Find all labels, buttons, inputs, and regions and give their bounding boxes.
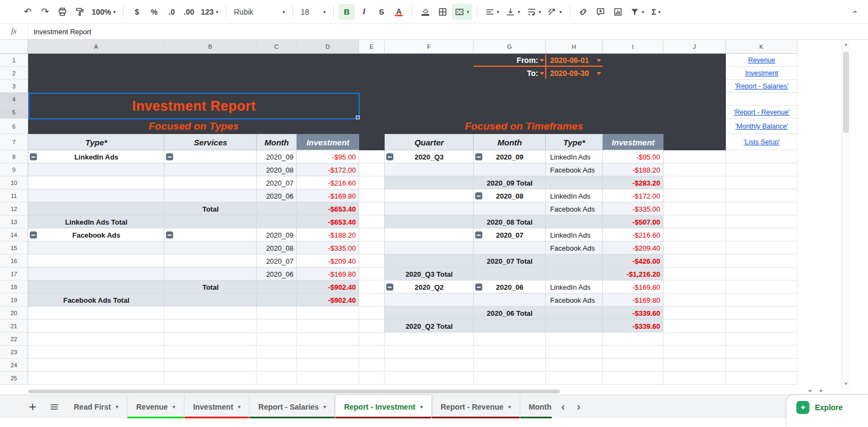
left-table-cell-r8c0[interactable]: LinkedIn Ads bbox=[28, 150, 164, 163]
left-table-cell-r13c3[interactable]: -$653.40 bbox=[297, 215, 359, 228]
sheet-link-cell-lists-setup[interactable]: 'Lists Setup' bbox=[726, 134, 797, 150]
left-table-cell-r18c1[interactable]: Total bbox=[164, 281, 257, 294]
row-header-13[interactable]: 13 bbox=[0, 215, 28, 228]
left-table-cell-r15c2[interactable]: 2020_08 bbox=[257, 241, 297, 254]
row-header-23[interactable]: 23 bbox=[0, 346, 28, 359]
borders-button[interactable] bbox=[435, 4, 451, 20]
add-sheet-button[interactable]: + bbox=[22, 395, 43, 418]
collapse-group-button[interactable] bbox=[30, 154, 37, 161]
left-header-services[interactable]: Services bbox=[164, 134, 257, 150]
select-all-corner[interactable] bbox=[0, 40, 28, 54]
undo-button[interactable]: ↶ bbox=[20, 4, 36, 20]
column-header-G[interactable]: G bbox=[474, 40, 546, 54]
from-value-cell[interactable]: 2020-06-01 bbox=[546, 54, 603, 67]
row-header-1[interactable]: 1 bbox=[0, 54, 28, 67]
left-section-heading[interactable]: Focused on Types bbox=[28, 119, 359, 134]
right-table-cell-r18c2[interactable]: LinkedIn Ads bbox=[546, 281, 603, 294]
sheet-tab-report-salaries[interactable]: Report - Salaries▾ bbox=[250, 395, 335, 418]
paint-format-button[interactable] bbox=[72, 4, 88, 20]
left-table-cell-r11c3[interactable]: -$169.80 bbox=[297, 189, 359, 202]
column-header-I[interactable]: I bbox=[603, 40, 663, 54]
tab-menu-caret-icon[interactable]: ▾ bbox=[420, 404, 423, 410]
from-label-cell[interactable]: From: bbox=[474, 54, 546, 67]
left-table-cell-r19c0[interactable]: Facebook Ads Total bbox=[28, 294, 164, 307]
horizontal-scrollbar[interactable]: ◂ ▸ bbox=[0, 388, 841, 394]
right-table-cell-r16c3[interactable]: -$426.00 bbox=[603, 254, 663, 267]
column-header-B[interactable]: B bbox=[164, 40, 257, 54]
column-header-F[interactable]: F bbox=[385, 40, 474, 54]
right-table-cell-r8c2[interactable]: LinkedIn Ads bbox=[546, 150, 603, 163]
zoom-select[interactable]: 100% ▾ bbox=[89, 4, 118, 20]
row-header-20[interactable]: 20 bbox=[0, 307, 28, 320]
right-header-quarter[interactable]: Quarter bbox=[385, 134, 474, 150]
insert-chart-button[interactable] bbox=[610, 4, 626, 20]
sheet-link[interactable]: 'Lists Setup' bbox=[744, 138, 780, 146]
left-table-cell-r10c2[interactable]: 2020_07 bbox=[257, 176, 297, 189]
right-table-cell-r8c1[interactable]: 2020_09 bbox=[474, 150, 546, 163]
sheet-tab-report-investment[interactable]: Report - Investment▾ bbox=[335, 395, 432, 418]
collapse-group-button[interactable] bbox=[475, 154, 482, 161]
right-table-cell-r21c3[interactable]: -$339.60 bbox=[603, 320, 663, 333]
left-table-cell-r8c2[interactable]: 2020_09 bbox=[257, 150, 297, 163]
right-table-cell-r11c3[interactable]: -$172.00 bbox=[603, 189, 663, 202]
left-table-cell-r15c3[interactable]: -$335.00 bbox=[297, 241, 359, 254]
vertical-align-button[interactable]: ▾ bbox=[503, 4, 523, 20]
sheet-link[interactable]: 'Monthly Balance' bbox=[735, 123, 788, 130]
row-header-2[interactable]: 2 bbox=[0, 67, 28, 80]
left-table-cell-r18c3[interactable]: -$902.40 bbox=[297, 281, 359, 294]
right-table-cell-r9c3[interactable]: -$188.20 bbox=[603, 163, 663, 176]
sheet-tab-read-first[interactable]: Read First▾ bbox=[65, 395, 127, 418]
formula-input[interactable]: Investment Report bbox=[28, 24, 91, 39]
row-header-11[interactable]: 11 bbox=[0, 189, 28, 202]
right-table-cell-r10c3[interactable]: -$283.20 bbox=[603, 176, 663, 189]
left-table-cell-r14c3[interactable]: -$188.20 bbox=[297, 228, 359, 241]
increase-decimal-button[interactable]: .00 bbox=[181, 4, 197, 20]
format-percent-button[interactable]: % bbox=[146, 4, 162, 20]
functions-button[interactable]: Σ ▾ bbox=[648, 4, 664, 20]
insert-comment-button[interactable] bbox=[592, 4, 609, 20]
left-header-type[interactable]: Type* bbox=[28, 134, 164, 150]
tab-menu-caret-icon[interactable]: ▾ bbox=[116, 404, 118, 410]
tab-scroll-left-icon[interactable]: ‹ bbox=[561, 400, 565, 413]
row-header-5[interactable]: 5 bbox=[0, 106, 28, 119]
left-table-cell-r9c2[interactable]: 2020_08 bbox=[257, 163, 297, 176]
right-table-cell-r15c2[interactable]: Facebook Ads bbox=[546, 241, 603, 254]
text-wrap-button[interactable]: ▾ bbox=[524, 4, 544, 20]
left-table-cell-r14c2[interactable]: 2020_09 bbox=[257, 228, 297, 241]
right-table-cell-r10c1[interactable]: 2020_09 Total bbox=[474, 176, 546, 189]
right-header-month[interactable]: Month bbox=[474, 134, 546, 150]
left-table-cell-r9c3[interactable]: -$172.00 bbox=[297, 163, 359, 176]
scroll-down-icon[interactable]: ▼ bbox=[842, 381, 850, 386]
left-table-cell-r12c1[interactable]: Total bbox=[164, 202, 257, 215]
right-table-cell-r14c1[interactable]: 2020_07 bbox=[474, 228, 546, 241]
fill-color-button[interactable] bbox=[417, 4, 433, 20]
left-table-cell-r11c2[interactable]: 2020_06 bbox=[257, 189, 297, 202]
sheet-link[interactable]: 'Report - Salaries' bbox=[735, 82, 789, 90]
row-header-6[interactable]: 6 bbox=[0, 119, 28, 134]
collapse-group-button[interactable] bbox=[386, 284, 393, 291]
left-table-cell-r16c2[interactable]: 2020_07 bbox=[257, 254, 297, 267]
right-table-cell-r13c3[interactable]: -$507.00 bbox=[603, 215, 663, 228]
vertical-scrollbar[interactable]: ▲ ▼ bbox=[841, 40, 850, 388]
horizontal-scrollbar-thumb[interactable] bbox=[28, 390, 560, 393]
collapse-group-button[interactable] bbox=[166, 232, 173, 239]
to-label-cell[interactable]: To: bbox=[474, 67, 546, 80]
right-table-cell-r20c3[interactable]: -$339.60 bbox=[603, 307, 663, 320]
collapse-group-button[interactable] bbox=[30, 232, 37, 239]
tab-menu-caret-icon[interactable]: ▾ bbox=[173, 404, 175, 410]
report-title-cell[interactable]: Investment Report bbox=[28, 93, 360, 119]
decrease-decimal-button[interactable]: .0 bbox=[163, 4, 180, 20]
row-header-9[interactable]: 9 bbox=[0, 163, 28, 176]
left-table-cell-r8c1[interactable] bbox=[164, 150, 257, 163]
sheet-tab-month[interactable]: Month bbox=[520, 395, 552, 418]
right-table-cell-r16c1[interactable]: 2020_07 Total bbox=[474, 254, 546, 267]
right-table-cell-r14c3[interactable]: -$216.60 bbox=[603, 228, 663, 241]
sheet-link[interactable]: Investment bbox=[745, 69, 778, 77]
right-table-cell-r13c1[interactable]: 2020_08 Total bbox=[474, 215, 546, 228]
column-header-A[interactable]: A bbox=[28, 40, 164, 54]
right-table-cell-r8c0[interactable]: 2020_Q3 bbox=[385, 150, 474, 163]
right-header-investment[interactable]: Investment bbox=[603, 134, 663, 150]
vertical-scrollbar-thumb[interactable] bbox=[843, 52, 849, 133]
selection-fill-handle[interactable] bbox=[356, 116, 360, 119]
right-table-cell-r11c2[interactable]: LinkedIn Ads bbox=[546, 189, 603, 202]
